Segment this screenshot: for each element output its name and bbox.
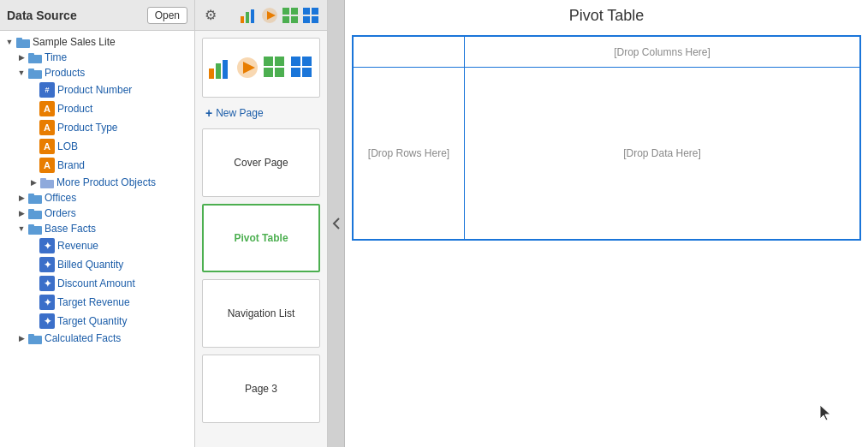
folder-icon — [27, 192, 43, 204]
collapse-panel-button[interactable] — [328, 0, 345, 447]
drop-data-label: [Drop Data Here] — [623, 147, 701, 159]
tree-item-products[interactable]: ▼ Products — [0, 65, 194, 80]
data-source-tree: ▼ Sample Sales Lite ▶ Time ▼ — [0, 31, 194, 447]
tree-label-products: Products — [45, 67, 85, 79]
pages-area: + New Page Cover Page Pivot Table Naviga… — [195, 31, 327, 447]
svg-rect-28 — [312, 16, 318, 23]
tree-item-more-product-objects[interactable]: ▶ More Product Objects — [0, 175, 194, 190]
tree-item-base-facts[interactable]: ▼ Base Facts — [0, 221, 194, 236]
svg-rect-15 — [28, 334, 34, 337]
tree-label-calculated-facts: Calculated Facts — [45, 332, 121, 344]
tree-item-discount-amount[interactable]: ▶ ✦ Discount Amount — [0, 274, 194, 293]
expand-arrow: ▼ — [15, 67, 27, 79]
tree-label-target-revenue: Target Revenue — [57, 296, 130, 308]
svg-rect-4 — [28, 70, 42, 79]
pivot-header-empty-cell — [354, 37, 465, 67]
tree-label-more-product-objects: More Product Objects — [56, 176, 156, 188]
svg-rect-17 — [246, 12, 249, 23]
page-3-label: Page 3 — [245, 383, 277, 395]
folder-icon — [39, 176, 55, 188]
folder-icon — [15, 36, 31, 48]
tree-label-product-type: Product Type — [57, 122, 118, 134]
svg-rect-41 — [302, 68, 312, 77]
grid-thumb-icon-2 — [289, 55, 315, 80]
drop-rows-zone[interactable]: [Drop Rows Here] — [354, 68, 465, 239]
pivot-table-area[interactable]: [Drop Columns Here] [Drop Rows Here] [Dr… — [352, 35, 861, 444]
tree-item-target-revenue[interactable]: ▶ ✦ Target Revenue — [0, 293, 194, 312]
svg-rect-11 — [28, 209, 34, 212]
svg-rect-10 — [28, 211, 42, 219]
svg-rect-0 — [16, 39, 30, 48]
drop-data-zone[interactable]: [Drop Data Here] — [465, 68, 859, 239]
svg-rect-24 — [291, 16, 298, 23]
play-thumb-icon — [235, 55, 260, 80]
tree-item-calculated-facts[interactable]: ▶ Calculated Facts — [0, 331, 194, 346]
plus-icon: + — [205, 106, 212, 120]
tree-label-billed-quantity: Billed Quantity — [57, 259, 123, 271]
pivot-table-title: Pivot Table — [345, 0, 868, 32]
svg-rect-37 — [275, 68, 284, 77]
tree-label-orders: Orders — [45, 207, 76, 219]
open-button[interactable]: Open — [147, 7, 187, 24]
pivot-table-label: Pivot Table — [234, 232, 288, 244]
field-icon-measure: ✦ — [39, 276, 55, 291]
svg-rect-29 — [209, 69, 214, 79]
svg-rect-2 — [28, 55, 42, 63]
pivot-body-row: [Drop Rows Here] [Drop Data Here] — [354, 68, 859, 239]
new-page-button[interactable]: + New Page — [202, 104, 320, 122]
tree-item-product-type[interactable]: ▶ A Product Type — [0, 118, 194, 137]
left-panel: Data Source Open ▼ Sample Sales Lite ▶ T… — [0, 0, 195, 447]
grid-icon-2 — [301, 6, 320, 25]
tree-item-revenue[interactable]: ▶ ✦ Revenue — [0, 236, 194, 255]
tree-label-discount-amount: Discount Amount — [57, 277, 135, 289]
expand-arrow: ▶ — [15, 332, 27, 344]
svg-rect-25 — [303, 8, 310, 15]
tree-item-product[interactable]: ▶ A Product — [0, 99, 194, 118]
tree-item-sample-sales-lite[interactable]: ▼ Sample Sales Lite — [0, 34, 194, 50]
settings-icon[interactable]: ⚙ — [202, 7, 219, 24]
expand-arrow: ▼ — [15, 223, 27, 235]
svg-rect-16 — [241, 16, 244, 23]
tree-label-base-facts: Base Facts — [45, 223, 96, 235]
tree-label-time: Time — [45, 51, 67, 63]
tree-item-billed-quantity[interactable]: ▶ ✦ Billed Quantity — [0, 255, 194, 274]
svg-rect-34 — [264, 57, 273, 66]
tree-item-time[interactable]: ▶ Time — [0, 50, 194, 65]
expand-arrow: ▶ — [27, 176, 39, 188]
svg-rect-9 — [28, 194, 34, 196]
page-thumb-pivot-table[interactable]: Pivot Table — [202, 204, 320, 272]
svg-rect-12 — [28, 226, 42, 235]
new-page-label: New Page — [216, 107, 263, 119]
chevron-left-icon — [332, 217, 341, 230]
svg-rect-14 — [28, 336, 42, 344]
svg-rect-18 — [251, 9, 254, 23]
field-icon-measure: ✦ — [39, 257, 55, 272]
tree-item-target-quantity[interactable]: ▶ ✦ Target Quantity — [0, 312, 194, 331]
bar-chart-thumb-icon — [207, 55, 233, 80]
svg-rect-13 — [28, 224, 34, 227]
page-thumb-chart[interactable] — [202, 38, 320, 98]
pivot-table-widget: [Drop Columns Here] [Drop Rows Here] [Dr… — [352, 35, 861, 241]
tree-label-lob: LOB — [57, 140, 78, 152]
page-thumb-cover-page[interactable]: Cover Page — [202, 128, 320, 197]
folder-icon — [27, 67, 43, 79]
app-container: Data Source Open ▼ Sample Sales Lite ▶ T… — [0, 0, 868, 447]
drop-columns-zone[interactable]: [Drop Columns Here] — [465, 37, 859, 67]
svg-rect-3 — [28, 53, 34, 56]
tree-label-sample-sales-lite: Sample Sales Lite — [33, 36, 116, 48]
field-icon-measure: ✦ — [39, 238, 55, 253]
tree-item-orders[interactable]: ▶ Orders — [0, 206, 194, 221]
svg-rect-23 — [282, 16, 289, 23]
svg-rect-40 — [291, 68, 300, 77]
page-thumb-navigation-list[interactable]: Navigation List — [202, 279, 320, 348]
tree-label-product: Product — [57, 103, 92, 115]
tree-item-offices[interactable]: ▶ Offices — [0, 190, 194, 206]
field-icon-measure: ✦ — [39, 313, 55, 329]
page-thumb-page-3[interactable]: Page 3 — [202, 355, 320, 423]
field-icon-string: A — [39, 101, 55, 116]
tree-item-brand[interactable]: ▶ A Brand — [0, 156, 194, 175]
cursor-icon — [818, 403, 835, 424]
tree-item-product-number[interactable]: ▶ # Product Number — [0, 80, 194, 99]
tree-item-lob[interactable]: ▶ A LOB — [0, 137, 194, 156]
svg-rect-35 — [275, 57, 284, 66]
